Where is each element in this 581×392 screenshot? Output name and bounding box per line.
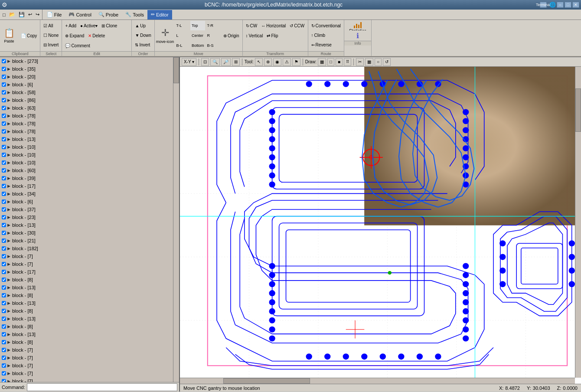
block-checkbox[interactable] — [2, 285, 6, 290]
block-checkbox[interactable] — [2, 324, 6, 329]
block-checkbox[interactable] — [2, 317, 6, 321]
menu-tools[interactable]: 🔧 Tools — [122, 10, 147, 20]
grid2-button[interactable]: ▦ — [365, 58, 373, 66]
r-button[interactable]: R — [206, 31, 221, 40]
none-button[interactable]: ☐ None — [42, 30, 60, 40]
menu-probe[interactable]: 🔍 Probe — [95, 10, 122, 20]
canvas-scrollbar-h-thumb[interactable] — [223, 378, 310, 384]
list-item[interactable]: ▶ block - [8] — [0, 338, 179, 346]
block-checkbox[interactable] — [2, 215, 6, 219]
top-button[interactable]: Top — [190, 21, 206, 30]
list-item[interactable]: ▶ block - [7] — [0, 377, 179, 382]
paste-button[interactable]: 📋 Paste — [1, 27, 17, 44]
active-button[interactable]: ● Active▾ — [78, 21, 99, 30]
block-checkbox[interactable] — [2, 145, 6, 149]
quick-redo[interactable]: ↪ — [34, 10, 41, 20]
list-item[interactable]: ▶ block - [86] — [0, 96, 179, 104]
cw-button[interactable]: ↻ CW — [244, 21, 259, 30]
block-checkbox[interactable] — [2, 309, 6, 313]
zoom-in-button[interactable]: 🔍 — [210, 58, 220, 66]
canvas-scrollbar-h[interactable] — [180, 378, 575, 384]
block-checkbox[interactable] — [2, 90, 6, 95]
block-checkbox[interactable] — [2, 363, 6, 368]
quick-open[interactable]: 📂 — [7, 10, 17, 20]
block-checkbox[interactable] — [2, 301, 6, 305]
clone-button[interactable]: ⊞ Clone — [100, 21, 119, 30]
block-checkbox[interactable] — [2, 340, 6, 344]
block-checkbox[interactable] — [2, 207, 6, 212]
list-item[interactable]: ▶ block - [35] — [0, 65, 179, 73]
statistics-button[interactable]: Statistics — [345, 21, 370, 30]
list-item[interactable]: ▶ block - [10] — [0, 151, 179, 159]
tr-button[interactable]: T-R — [206, 21, 221, 30]
list-item[interactable]: ▶ block - [7] — [0, 346, 179, 354]
circle-button[interactable]: ○ — [375, 58, 382, 66]
block-checkbox[interactable] — [2, 348, 6, 352]
block-checkbox[interactable] — [2, 223, 6, 227]
block-checkbox[interactable] — [2, 137, 6, 141]
block-checkbox[interactable] — [2, 160, 6, 165]
draw-filled-button[interactable]: ■ — [336, 58, 343, 66]
copy-button[interactable]: 📄 Copy — [19, 31, 39, 40]
list-item[interactable]: ▶ block - [39] — [0, 174, 179, 182]
ccw-button[interactable]: ↺ CCW — [288, 21, 306, 30]
xy-button[interactable]: X-Y ▾ — [182, 58, 196, 66]
list-item[interactable]: ▶ block - [7] — [0, 354, 179, 362]
canvas-scrollbar-v[interactable] — [575, 67, 581, 378]
list-item[interactable]: ▶ block - [10] — [0, 143, 179, 151]
invert-select-button[interactable]: ⊟ Invert — [42, 40, 60, 49]
block-checkbox[interactable] — [2, 184, 6, 188]
bl-button[interactable]: B-L — [175, 41, 190, 50]
block-checkbox[interactable] — [2, 293, 6, 297]
list-item[interactable]: ▶ block - [17] — [0, 268, 179, 276]
bottom-button[interactable]: Bottom — [190, 41, 206, 50]
block-checkbox[interactable] — [2, 121, 6, 126]
list-item[interactable]: ▶ block - [13] — [0, 330, 179, 338]
list-item[interactable]: ▶ block - [6] — [0, 198, 179, 206]
sidebar-scrollbar-thumb[interactable] — [173, 57, 179, 83]
delete-button[interactable]: ✕ Delete — [86, 31, 107, 40]
canvas-view[interactable] — [180, 67, 581, 384]
block-checkbox[interactable] — [2, 356, 6, 360]
tl-button[interactable]: T-L — [175, 21, 190, 30]
br-button[interactable]: B-S — [206, 41, 221, 50]
list-item[interactable]: ▶ block - [78] — [0, 112, 179, 120]
block-checkbox[interactable] — [2, 231, 6, 235]
up-button[interactable]: ▲ Up — [133, 21, 147, 30]
list-item[interactable]: ▶ block - [6] — [0, 81, 179, 88]
quick-save[interactable]: 💾 — [17, 10, 26, 20]
block-checkbox[interactable] — [2, 278, 6, 282]
draw-box-button[interactable]: □ — [327, 58, 334, 66]
list-item[interactable]: ▶ block - [7] — [0, 260, 179, 268]
block-checkbox[interactable] — [2, 270, 6, 274]
tool-measure-button[interactable]: ◉ — [273, 58, 281, 66]
block-checkbox[interactable] — [2, 246, 6, 251]
block-checkbox[interactable] — [2, 168, 6, 173]
list-item[interactable]: ▶ block - [17] — [0, 182, 179, 190]
center-button[interactable]: Center — [190, 31, 206, 40]
list-item[interactable]: ▶ block - [8] — [0, 307, 179, 315]
tool-warn-button[interactable]: ⚠ — [283, 58, 291, 66]
draw-grid-button[interactable]: ▦ — [318, 58, 326, 66]
list-item[interactable]: ▶ block - [8] — [0, 291, 179, 299]
flip-button[interactable]: ⇄ Flip — [265, 31, 280, 40]
zoom-out-button[interactable]: 🔎 — [221, 58, 231, 66]
block-checkbox[interactable] — [2, 262, 6, 266]
frame-button[interactable]: ⊞ — [232, 58, 240, 66]
command-input[interactable] — [27, 383, 177, 391]
menu-file[interactable]: 📄 File — [43, 10, 65, 20]
list-item[interactable]: ▶ block - [13] — [0, 315, 179, 323]
all-button[interactable]: ☑ All — [42, 21, 55, 30]
origin-button[interactable]: ⊕ Origin — [222, 31, 241, 40]
block-checkbox[interactable] — [2, 176, 6, 180]
list-item[interactable]: ▶ block - [7] — [0, 369, 179, 377]
maximize-button[interactable]: □ — [565, 2, 571, 8]
list-item[interactable]: ▶ block - [10] — [0, 159, 179, 167]
list-item[interactable]: ▶ block - [7] — [0, 362, 179, 369]
list-item[interactable]: ▶ block - [7] — [0, 252, 179, 260]
horizontal-button[interactable]: ↔ Horizontal — [259, 21, 287, 30]
block-checkbox[interactable] — [2, 153, 6, 157]
info-button[interactable]: ℹ Info — [345, 30, 370, 40]
list-item[interactable]: ▶ block - [34] — [0, 190, 179, 198]
block-checkbox[interactable] — [2, 192, 6, 196]
